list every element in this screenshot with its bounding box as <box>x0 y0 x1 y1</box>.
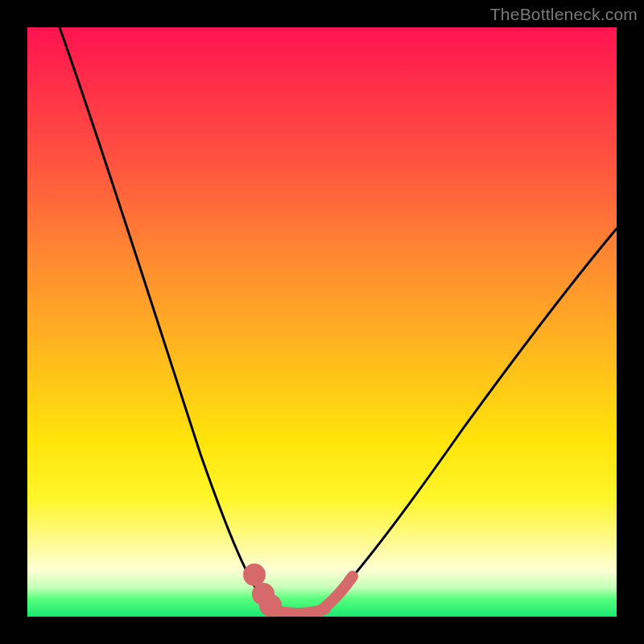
chart-plot-area <box>27 27 617 617</box>
chart-frame: TheBottleneck.com <box>0 0 644 644</box>
curve-right-branch <box>327 229 617 605</box>
marker-bottom-stroke <box>270 609 325 613</box>
marker-dot <box>265 600 276 611</box>
bottleneck-curve <box>27 27 617 617</box>
marker-dot <box>258 588 269 600</box>
watermark-text: TheBottleneck.com <box>490 5 638 24</box>
curve-bottom <box>267 605 327 613</box>
marker-right-stroke <box>325 576 353 607</box>
curve-left-branch <box>60 27 267 605</box>
marker-dot <box>249 569 260 580</box>
marker-group <box>249 569 353 613</box>
